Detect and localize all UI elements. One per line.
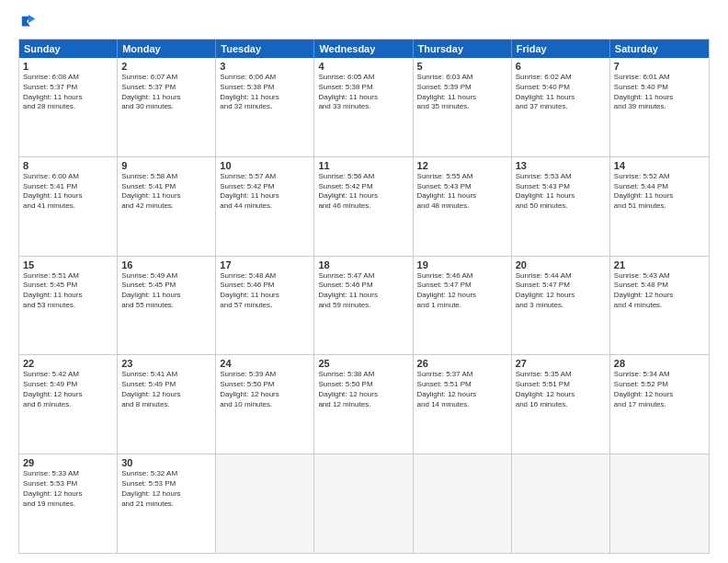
day-info-22: Sunrise: 5:42 AM Sunset: 5:49 PM Dayligh… — [23, 370, 113, 409]
day-number-4: 4 — [318, 61, 408, 72]
day-number-3: 3 — [220, 61, 310, 72]
day-info-15: Sunrise: 5:51 AM Sunset: 5:45 PM Dayligh… — [23, 271, 113, 311]
day-number-15: 15 — [23, 259, 113, 270]
day-number-26: 26 — [417, 358, 507, 369]
calendar-cell-9: 9Sunrise: 5:58 AM Sunset: 5:41 PM Daylig… — [118, 157, 216, 256]
calendar-cell-10: 10Sunrise: 5:57 AM Sunset: 5:42 PM Dayli… — [216, 157, 314, 256]
day-info-17: Sunrise: 5:48 AM Sunset: 5:46 PM Dayligh… — [220, 271, 310, 311]
calendar-cell-29: 29Sunrise: 5:33 AM Sunset: 5:53 PM Dayli… — [19, 454, 118, 553]
logo — [18, 15, 37, 31]
day-info-4: Sunrise: 6:05 AM Sunset: 5:38 PM Dayligh… — [318, 73, 408, 112]
calendar-header: SundayMondayTuesdayWednesdayThursdayFrid… — [19, 40, 709, 58]
calendar-cell-empty — [216, 454, 314, 553]
calendar-cell-20: 20Sunrise: 5:44 AM Sunset: 5:47 PM Dayli… — [512, 257, 610, 355]
day-number-27: 27 — [516, 358, 606, 369]
page: SundayMondayTuesdayWednesdayThursdayFrid… — [0, 0, 728, 563]
day-info-6: Sunrise: 6:02 AM Sunset: 5:40 PM Dayligh… — [516, 73, 606, 112]
calendar-cell-26: 26Sunrise: 5:37 AM Sunset: 5:51 PM Dayli… — [414, 355, 512, 454]
calendar-row-3: 22Sunrise: 5:42 AM Sunset: 5:49 PM Dayli… — [19, 354, 709, 454]
day-number-14: 14 — [614, 160, 705, 171]
calendar-cell-empty — [512, 454, 610, 553]
weekday-header-thursday: Thursday — [414, 40, 512, 58]
calendar-cell-17: 17Sunrise: 5:48 AM Sunset: 5:46 PM Dayli… — [216, 257, 314, 355]
header — [18, 15, 710, 31]
day-number-13: 13 — [516, 160, 606, 171]
day-number-23: 23 — [121, 358, 211, 369]
weekday-header-saturday: Saturday — [610, 40, 709, 58]
calendar-cell-empty — [314, 454, 413, 553]
calendar-cell-12: 12Sunrise: 5:55 AM Sunset: 5:43 PM Dayli… — [414, 157, 512, 256]
day-info-13: Sunrise: 5:53 AM Sunset: 5:43 PM Dayligh… — [516, 172, 606, 212]
calendar-body: 1Sunrise: 6:08 AM Sunset: 5:37 PM Daylig… — [19, 58, 709, 553]
day-number-17: 17 — [220, 259, 310, 270]
day-number-21: 21 — [614, 259, 705, 270]
calendar-cell-30: 30Sunrise: 5:32 AM Sunset: 5:53 PM Dayli… — [118, 454, 216, 553]
day-number-20: 20 — [516, 259, 606, 270]
calendar-cell-21: 21Sunrise: 5:43 AM Sunset: 5:48 PM Dayli… — [610, 257, 709, 355]
calendar: SundayMondayTuesdayWednesdayThursdayFrid… — [18, 39, 710, 554]
day-info-3: Sunrise: 6:06 AM Sunset: 5:38 PM Dayligh… — [220, 73, 310, 112]
day-number-7: 7 — [614, 61, 705, 72]
day-number-11: 11 — [318, 160, 408, 171]
day-info-23: Sunrise: 5:41 AM Sunset: 5:49 PM Dayligh… — [121, 370, 211, 409]
day-info-2: Sunrise: 6:07 AM Sunset: 5:37 PM Dayligh… — [121, 73, 211, 112]
calendar-cell-16: 16Sunrise: 5:49 AM Sunset: 5:45 PM Dayli… — [118, 257, 216, 355]
day-number-24: 24 — [220, 358, 310, 369]
day-info-24: Sunrise: 5:39 AM Sunset: 5:50 PM Dayligh… — [220, 370, 310, 409]
day-info-25: Sunrise: 5:38 AM Sunset: 5:50 PM Dayligh… — [318, 370, 408, 409]
calendar-cell-empty — [610, 454, 709, 553]
weekday-header-wednesday: Wednesday — [314, 40, 413, 58]
weekday-header-sunday: Sunday — [19, 40, 118, 58]
day-number-9: 9 — [121, 160, 211, 171]
day-number-5: 5 — [417, 61, 507, 72]
calendar-cell-13: 13Sunrise: 5:53 AM Sunset: 5:43 PM Dayli… — [512, 157, 610, 256]
day-info-29: Sunrise: 5:33 AM Sunset: 5:53 PM Dayligh… — [23, 469, 113, 509]
calendar-cell-24: 24Sunrise: 5:39 AM Sunset: 5:50 PM Dayli… — [216, 355, 314, 454]
calendar-row-2: 15Sunrise: 5:51 AM Sunset: 5:45 PM Dayli… — [19, 256, 709, 355]
day-info-11: Sunrise: 5:56 AM Sunset: 5:42 PM Dayligh… — [318, 172, 408, 212]
day-info-9: Sunrise: 5:58 AM Sunset: 5:41 PM Dayligh… — [121, 172, 211, 212]
day-number-19: 19 — [417, 259, 507, 270]
day-info-30: Sunrise: 5:32 AM Sunset: 5:53 PM Dayligh… — [121, 469, 211, 509]
weekday-header-friday: Friday — [512, 40, 610, 58]
day-info-21: Sunrise: 5:43 AM Sunset: 5:48 PM Dayligh… — [614, 271, 705, 311]
calendar-cell-14: 14Sunrise: 5:52 AM Sunset: 5:44 PM Dayli… — [610, 157, 709, 256]
day-number-16: 16 — [121, 259, 211, 270]
day-number-22: 22 — [23, 358, 113, 369]
calendar-cell-19: 19Sunrise: 5:46 AM Sunset: 5:47 PM Dayli… — [414, 257, 512, 355]
calendar-cell-18: 18Sunrise: 5:47 AM Sunset: 5:46 PM Dayli… — [314, 257, 413, 355]
day-number-2: 2 — [121, 61, 211, 72]
calendar-cell-2: 2Sunrise: 6:07 AM Sunset: 5:37 PM Daylig… — [118, 58, 216, 156]
day-number-10: 10 — [220, 160, 310, 171]
day-info-18: Sunrise: 5:47 AM Sunset: 5:46 PM Dayligh… — [318, 271, 408, 311]
day-info-14: Sunrise: 5:52 AM Sunset: 5:44 PM Dayligh… — [614, 172, 705, 212]
calendar-row-4: 29Sunrise: 5:33 AM Sunset: 5:53 PM Dayli… — [19, 454, 709, 553]
calendar-row-1: 8Sunrise: 6:00 AM Sunset: 5:41 PM Daylig… — [19, 156, 709, 256]
day-number-1: 1 — [23, 61, 113, 72]
day-number-6: 6 — [516, 61, 606, 72]
calendar-cell-1: 1Sunrise: 6:08 AM Sunset: 5:37 PM Daylig… — [19, 58, 118, 156]
calendar-cell-5: 5Sunrise: 6:03 AM Sunset: 5:39 PM Daylig… — [414, 58, 512, 156]
calendar-cell-3: 3Sunrise: 6:06 AM Sunset: 5:38 PM Daylig… — [216, 58, 314, 156]
day-number-18: 18 — [318, 259, 408, 270]
day-info-27: Sunrise: 5:35 AM Sunset: 5:51 PM Dayligh… — [516, 370, 606, 409]
calendar-cell-15: 15Sunrise: 5:51 AM Sunset: 5:45 PM Dayli… — [19, 257, 118, 355]
calendar-row-0: 1Sunrise: 6:08 AM Sunset: 5:37 PM Daylig… — [19, 58, 709, 156]
day-number-29: 29 — [23, 457, 113, 468]
day-info-16: Sunrise: 5:49 AM Sunset: 5:45 PM Dayligh… — [121, 271, 211, 311]
day-info-26: Sunrise: 5:37 AM Sunset: 5:51 PM Dayligh… — [417, 370, 507, 409]
calendar-cell-28: 28Sunrise: 5:34 AM Sunset: 5:52 PM Dayli… — [610, 355, 709, 454]
calendar-cell-8: 8Sunrise: 6:00 AM Sunset: 5:41 PM Daylig… — [19, 157, 118, 256]
day-info-19: Sunrise: 5:46 AM Sunset: 5:47 PM Dayligh… — [417, 271, 507, 311]
calendar-cell-27: 27Sunrise: 5:35 AM Sunset: 5:51 PM Dayli… — [512, 355, 610, 454]
day-info-5: Sunrise: 6:03 AM Sunset: 5:39 PM Dayligh… — [417, 73, 507, 112]
day-number-8: 8 — [23, 160, 113, 171]
logo-flag-icon — [20, 15, 37, 31]
calendar-cell-empty — [414, 454, 512, 553]
calendar-cell-23: 23Sunrise: 5:41 AM Sunset: 5:49 PM Dayli… — [118, 355, 216, 454]
day-info-8: Sunrise: 6:00 AM Sunset: 5:41 PM Dayligh… — [23, 172, 113, 212]
day-info-20: Sunrise: 5:44 AM Sunset: 5:47 PM Dayligh… — [516, 271, 606, 311]
weekday-header-tuesday: Tuesday — [216, 40, 314, 58]
calendar-cell-7: 7Sunrise: 6:01 AM Sunset: 5:40 PM Daylig… — [610, 58, 709, 156]
day-info-12: Sunrise: 5:55 AM Sunset: 5:43 PM Dayligh… — [417, 172, 507, 212]
